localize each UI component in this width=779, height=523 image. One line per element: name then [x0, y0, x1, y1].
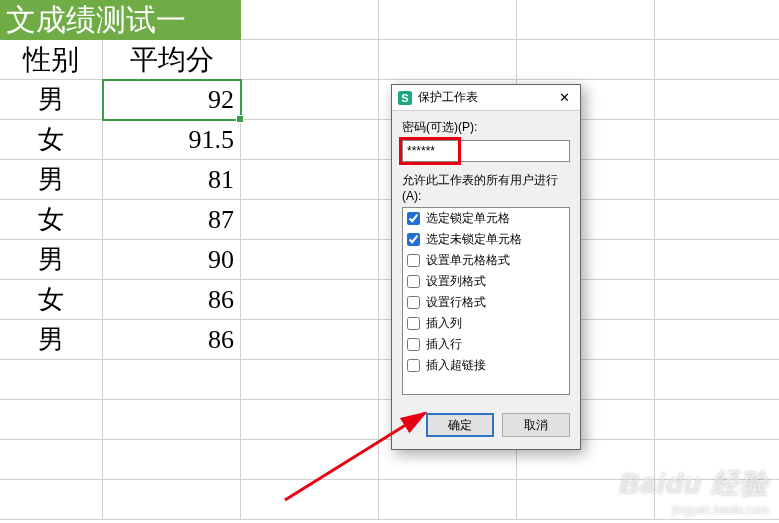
password-input[interactable]: [402, 140, 570, 162]
app-icon: S: [398, 91, 412, 105]
empty-cell[interactable]: [241, 400, 379, 440]
empty-cell[interactable]: [241, 120, 379, 160]
empty-cell[interactable]: [241, 0, 379, 40]
empty-cell[interactable]: [655, 80, 779, 120]
empty-cell[interactable]: [379, 480, 517, 520]
col-header-score[interactable]: 平均分: [103, 40, 241, 80]
permission-label: 设置单元格格式: [426, 252, 510, 269]
cell-gender[interactable]: 女: [0, 200, 103, 240]
permission-item[interactable]: 插入列: [403, 313, 569, 334]
empty-cell[interactable]: [103, 480, 241, 520]
empty-cell[interactable]: [241, 80, 379, 120]
empty-cell[interactable]: [103, 400, 241, 440]
empty-cell[interactable]: [655, 440, 779, 480]
permission-item[interactable]: 设置单元格格式: [403, 250, 569, 271]
permission-label: 插入行: [426, 336, 462, 353]
empty-cell[interactable]: [655, 320, 779, 360]
permission-item[interactable]: 设置行格式: [403, 292, 569, 313]
permission-checkbox[interactable]: [407, 338, 420, 351]
permission-checkbox[interactable]: [407, 212, 420, 225]
cell-score[interactable]: 87: [103, 200, 241, 240]
empty-cell[interactable]: [517, 0, 655, 40]
cell-gender[interactable]: 女: [0, 280, 103, 320]
permission-item[interactable]: 设置列格式: [403, 271, 569, 292]
empty-cell[interactable]: [241, 480, 379, 520]
empty-cell[interactable]: [103, 360, 241, 400]
permission-item[interactable]: 选定锁定单元格: [403, 208, 569, 229]
ok-button[interactable]: 确定: [426, 413, 494, 437]
protect-sheet-dialog: S 保护工作表 ✕ 密码(可选)(P): 允许此工作表的所有用户进行(A): 选…: [391, 84, 581, 450]
empty-cell[interactable]: [655, 0, 779, 40]
sheet-title: 文成绩测试一: [0, 0, 241, 40]
empty-cell[interactable]: [655, 280, 779, 320]
empty-cell[interactable]: [241, 40, 379, 80]
empty-cell[interactable]: [655, 200, 779, 240]
empty-cell[interactable]: [0, 480, 103, 520]
cell-score[interactable]: 86: [103, 320, 241, 360]
permission-checkbox[interactable]: [407, 359, 420, 372]
permission-checkbox[interactable]: [407, 275, 420, 288]
permission-label: 设置行格式: [426, 294, 486, 311]
empty-cell[interactable]: [241, 280, 379, 320]
empty-cell[interactable]: [241, 320, 379, 360]
permission-checkbox[interactable]: [407, 296, 420, 309]
permission-checkbox[interactable]: [407, 233, 420, 246]
empty-cell[interactable]: [0, 360, 103, 400]
permission-item[interactable]: 插入行: [403, 334, 569, 355]
cell-score[interactable]: 92: [103, 80, 241, 120]
empty-cell[interactable]: [241, 440, 379, 480]
empty-cell[interactable]: [379, 0, 517, 40]
cell-gender[interactable]: 男: [0, 80, 103, 120]
dialog-title: 保护工作表: [418, 89, 552, 106]
col-header-gender[interactable]: 性别: [0, 40, 103, 80]
permission-item[interactable]: 选定未锁定单元格: [403, 229, 569, 250]
cell-gender[interactable]: 男: [0, 240, 103, 280]
cell-score[interactable]: 81: [103, 160, 241, 200]
permissions-listbox[interactable]: 选定锁定单元格选定未锁定单元格设置单元格格式设置列格式设置行格式插入列插入行插入…: [402, 207, 570, 395]
empty-cell[interactable]: [241, 360, 379, 400]
permissions-label: 允许此工作表的所有用户进行(A):: [402, 172, 570, 203]
empty-cell[interactable]: [103, 440, 241, 480]
password-label: 密码(可选)(P):: [402, 119, 570, 136]
empty-cell[interactable]: [0, 440, 103, 480]
empty-cell[interactable]: [655, 360, 779, 400]
empty-cell[interactable]: [655, 160, 779, 200]
cancel-button[interactable]: 取消: [502, 413, 570, 437]
permission-item[interactable]: 插入超链接: [403, 355, 569, 376]
empty-cell[interactable]: [655, 400, 779, 440]
cell-score[interactable]: 86: [103, 280, 241, 320]
permission-checkbox[interactable]: [407, 317, 420, 330]
permission-label: 插入列: [426, 315, 462, 332]
cell-gender[interactable]: 女: [0, 120, 103, 160]
empty-cell[interactable]: [655, 120, 779, 160]
empty-cell[interactable]: [241, 160, 379, 200]
cell-gender[interactable]: 男: [0, 160, 103, 200]
empty-cell[interactable]: [655, 480, 779, 520]
empty-cell[interactable]: [517, 40, 655, 80]
cell-gender[interactable]: 男: [0, 320, 103, 360]
empty-cell[interactable]: [241, 200, 379, 240]
empty-cell[interactable]: [655, 40, 779, 80]
empty-cell[interactable]: [241, 240, 379, 280]
permission-label: 插入超链接: [426, 357, 486, 374]
empty-cell[interactable]: [517, 480, 655, 520]
permission-label: 选定未锁定单元格: [426, 231, 522, 248]
permission-checkbox[interactable]: [407, 254, 420, 267]
empty-cell[interactable]: [379, 40, 517, 80]
dialog-titlebar[interactable]: S 保护工作表 ✕: [392, 85, 580, 111]
cell-score[interactable]: 90: [103, 240, 241, 280]
close-icon[interactable]: ✕: [552, 88, 576, 108]
empty-cell[interactable]: [655, 240, 779, 280]
permission-label: 选定锁定单元格: [426, 210, 510, 227]
permission-label: 设置列格式: [426, 273, 486, 290]
fill-handle[interactable]: [236, 115, 244, 123]
cell-score[interactable]: 91.5: [103, 120, 241, 160]
empty-cell[interactable]: [0, 400, 103, 440]
